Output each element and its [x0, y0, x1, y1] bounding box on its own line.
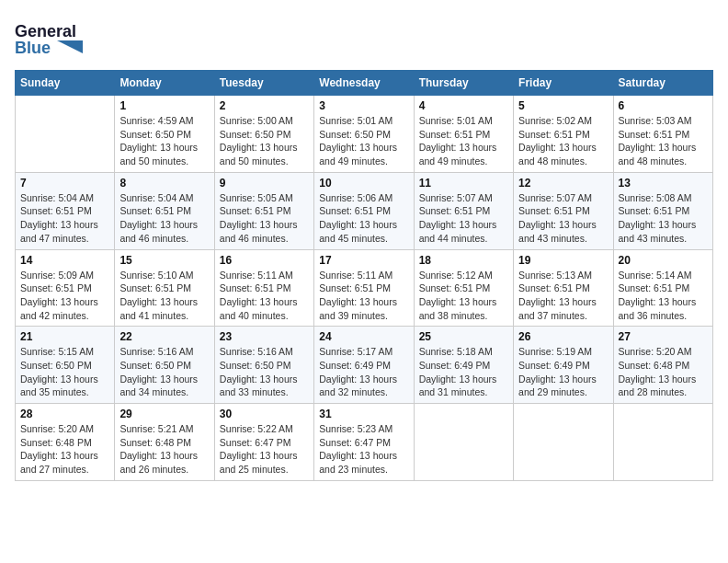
day-number: 31: [319, 408, 408, 420]
calendar-cell: 3Sunrise: 5:01 AMSunset: 6:50 PMDaylight…: [314, 96, 414, 173]
day-number: 29: [119, 408, 209, 420]
day-info: Sunrise: 5:09 AMSunset: 6:51 PMDaylight:…: [20, 269, 109, 323]
day-info: Sunrise: 5:11 AMSunset: 6:51 PMDaylight:…: [220, 269, 309, 323]
day-info: Sunrise: 5:22 AMSunset: 6:47 PMDaylight:…: [220, 422, 309, 477]
column-header-monday: Monday: [115, 71, 214, 96]
calendar-cell: 2Sunrise: 5:00 AMSunset: 6:50 PMDaylight…: [214, 96, 313, 173]
logo: General Blue: [15, 15, 88, 61]
calendar-cell: 20Sunrise: 5:14 AMSunset: 6:51 PMDayligh…: [613, 249, 712, 327]
calendar-cell: 5Sunrise: 5:02 AMSunset: 6:51 PMDaylight…: [514, 96, 613, 173]
day-number: 4: [419, 99, 508, 112]
column-header-friday: Friday: [514, 71, 613, 96]
day-info: Sunrise: 5:07 AMSunset: 6:51 PMDaylight:…: [419, 191, 508, 246]
day-info: Sunrise: 5:04 AMSunset: 6:51 PMDaylight:…: [20, 191, 109, 246]
column-header-tuesday: Tuesday: [214, 71, 313, 96]
calendar-cell: 7Sunrise: 5:04 AMSunset: 6:51 PMDaylight…: [16, 172, 115, 249]
day-number: 6: [619, 99, 708, 112]
calendar-cell: [613, 404, 712, 481]
day-info: Sunrise: 5:13 AMSunset: 6:51 PMDaylight:…: [518, 269, 608, 323]
day-number: 7: [20, 177, 109, 190]
day-info: Sunrise: 5:21 AMSunset: 6:48 PMDaylight:…: [119, 422, 209, 477]
calendar-cell: 17Sunrise: 5:11 AMSunset: 6:51 PMDayligh…: [314, 249, 414, 327]
day-number: 10: [319, 177, 408, 190]
day-number: 25: [419, 330, 508, 343]
day-number: 15: [119, 254, 209, 267]
calendar-cell: 31Sunrise: 5:23 AMSunset: 6:47 PMDayligh…: [314, 404, 414, 481]
column-header-thursday: Thursday: [414, 71, 513, 96]
day-info: Sunrise: 5:15 AMSunset: 6:50 PMDaylight:…: [20, 345, 109, 399]
calendar-cell: 1Sunrise: 4:59 AMSunset: 6:50 PMDaylight…: [115, 96, 214, 173]
day-info: Sunrise: 5:01 AMSunset: 6:51 PMDaylight:…: [419, 114, 508, 168]
calendar-week-row: 21Sunrise: 5:15 AMSunset: 6:50 PMDayligh…: [16, 327, 713, 404]
day-number: 26: [518, 330, 608, 343]
day-number: 11: [419, 177, 508, 190]
day-info: Sunrise: 5:16 AMSunset: 6:50 PMDaylight:…: [119, 345, 209, 399]
day-info: Sunrise: 5:12 AMSunset: 6:51 PMDaylight:…: [419, 269, 508, 323]
day-number: 2: [220, 99, 309, 112]
day-number: 17: [319, 254, 408, 267]
header: General Blue: [15, 15, 713, 61]
day-info: Sunrise: 5:03 AMSunset: 6:51 PMDaylight:…: [619, 114, 708, 168]
svg-text:General: General: [15, 22, 76, 40]
day-info: Sunrise: 5:07 AMSunset: 6:51 PMDaylight:…: [518, 191, 608, 246]
day-number: 18: [419, 254, 508, 267]
day-info: Sunrise: 5:23 AMSunset: 6:47 PMDaylight:…: [319, 422, 408, 477]
calendar-week-row: 1Sunrise: 4:59 AMSunset: 6:50 PMDaylight…: [16, 96, 713, 173]
calendar-week-row: 7Sunrise: 5:04 AMSunset: 6:51 PMDaylight…: [16, 172, 713, 249]
day-number: 14: [20, 254, 109, 267]
calendar-cell: 21Sunrise: 5:15 AMSunset: 6:50 PMDayligh…: [16, 327, 115, 404]
day-number: 1: [119, 99, 209, 112]
calendar-cell: 8Sunrise: 5:04 AMSunset: 6:51 PMDaylight…: [115, 172, 214, 249]
day-number: 9: [220, 177, 309, 190]
day-number: 8: [119, 177, 209, 190]
calendar-cell: 23Sunrise: 5:16 AMSunset: 6:50 PMDayligh…: [214, 327, 313, 404]
day-info: Sunrise: 5:20 AMSunset: 6:48 PMDaylight:…: [20, 422, 109, 477]
day-info: Sunrise: 5:04 AMSunset: 6:51 PMDaylight:…: [119, 191, 209, 246]
calendar-cell: 10Sunrise: 5:06 AMSunset: 6:51 PMDayligh…: [314, 172, 414, 249]
day-number: 13: [619, 177, 708, 190]
calendar-cell: 16Sunrise: 5:11 AMSunset: 6:51 PMDayligh…: [214, 249, 313, 327]
column-header-sunday: Sunday: [16, 71, 115, 96]
day-info: Sunrise: 5:17 AMSunset: 6:49 PMDaylight:…: [319, 345, 408, 399]
calendar-cell: [514, 404, 613, 481]
calendar-cell: 26Sunrise: 5:19 AMSunset: 6:49 PMDayligh…: [514, 327, 613, 404]
calendar-cell: [16, 96, 115, 173]
calendar-cell: 14Sunrise: 5:09 AMSunset: 6:51 PMDayligh…: [16, 249, 115, 327]
day-number: 23: [220, 330, 309, 343]
day-info: Sunrise: 5:18 AMSunset: 6:49 PMDaylight:…: [419, 345, 508, 399]
calendar-week-row: 28Sunrise: 5:20 AMSunset: 6:48 PMDayligh…: [16, 404, 713, 481]
day-number: 5: [518, 99, 608, 112]
page-container: General Blue SundayMondayTuesdayWednesda…: [15, 15, 713, 481]
day-info: Sunrise: 5:20 AMSunset: 6:48 PMDaylight:…: [619, 345, 708, 399]
day-info: Sunrise: 5:06 AMSunset: 6:51 PMDaylight:…: [319, 191, 408, 246]
day-number: 22: [119, 330, 209, 343]
day-number: 30: [220, 408, 309, 420]
calendar-cell: 28Sunrise: 5:20 AMSunset: 6:48 PMDayligh…: [16, 404, 115, 481]
column-header-wednesday: Wednesday: [314, 71, 414, 96]
calendar-cell: 11Sunrise: 5:07 AMSunset: 6:51 PMDayligh…: [414, 172, 513, 249]
day-number: 20: [619, 254, 708, 267]
day-info: Sunrise: 5:16 AMSunset: 6:50 PMDaylight:…: [220, 345, 309, 399]
calendar-cell: 15Sunrise: 5:10 AMSunset: 6:51 PMDayligh…: [115, 249, 214, 327]
calendar-cell: 19Sunrise: 5:13 AMSunset: 6:51 PMDayligh…: [514, 249, 613, 327]
day-info: Sunrise: 5:10 AMSunset: 6:51 PMDaylight:…: [119, 269, 209, 323]
calendar-cell: 6Sunrise: 5:03 AMSunset: 6:51 PMDaylight…: [613, 96, 712, 173]
calendar-header-row: SundayMondayTuesdayWednesdayThursdayFrid…: [16, 71, 713, 96]
day-info: Sunrise: 4:59 AMSunset: 6:50 PMDaylight:…: [119, 114, 209, 168]
day-info: Sunrise: 5:00 AMSunset: 6:50 PMDaylight:…: [220, 114, 309, 168]
calendar-cell: 24Sunrise: 5:17 AMSunset: 6:49 PMDayligh…: [314, 327, 414, 404]
day-info: Sunrise: 5:01 AMSunset: 6:50 PMDaylight:…: [319, 114, 408, 168]
day-number: 28: [20, 408, 109, 420]
calendar-cell: 18Sunrise: 5:12 AMSunset: 6:51 PMDayligh…: [414, 249, 513, 327]
day-number: 27: [619, 330, 708, 343]
day-number: 21: [20, 330, 109, 343]
svg-marker-2: [57, 40, 83, 53]
calendar-cell: 13Sunrise: 5:08 AMSunset: 6:51 PMDayligh…: [613, 172, 712, 249]
day-number: 16: [220, 254, 309, 267]
day-info: Sunrise: 5:11 AMSunset: 6:51 PMDaylight:…: [319, 269, 408, 323]
logo-svg: General Blue: [15, 15, 88, 61]
calendar-cell: 30Sunrise: 5:22 AMSunset: 6:47 PMDayligh…: [214, 404, 313, 481]
column-header-saturday: Saturday: [613, 71, 712, 96]
calendar-cell: 27Sunrise: 5:20 AMSunset: 6:48 PMDayligh…: [613, 327, 712, 404]
calendar-week-row: 14Sunrise: 5:09 AMSunset: 6:51 PMDayligh…: [16, 249, 713, 327]
